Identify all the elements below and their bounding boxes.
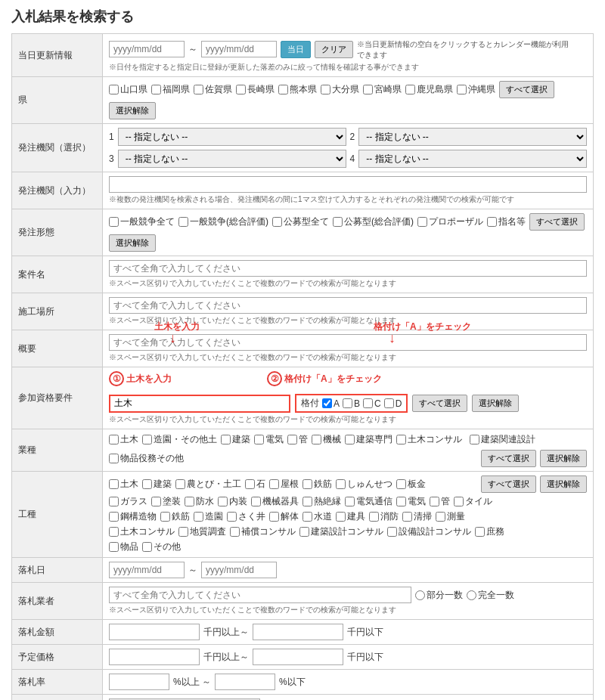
award-date-from[interactable] bbox=[109, 562, 185, 578]
ct-naisou[interactable]: 内装 bbox=[218, 495, 247, 508]
ct-select-all-button[interactable]: すべて選択 bbox=[481, 475, 536, 493]
pref-nagasaki[interactable]: 長崎県 bbox=[236, 83, 275, 96]
ct-sakui[interactable]: さく井 bbox=[227, 510, 265, 523]
bid-type-nomination[interactable]: 指名等 bbox=[487, 215, 526, 228]
pref-kagoshima[interactable]: 鹿児島県 bbox=[405, 83, 453, 96]
clear-button[interactable]: クリア bbox=[315, 41, 353, 58]
ind-kenchiku-renkan[interactable]: 建築関連設計 bbox=[470, 433, 535, 446]
bid-type-select-all-button[interactable]: すべて選択 bbox=[529, 213, 585, 231]
pref-fukuoka[interactable]: 福岡県 bbox=[151, 83, 190, 96]
radio-full[interactable]: 完全一数 bbox=[467, 589, 514, 602]
ind-doboku[interactable]: 土木 bbox=[109, 433, 138, 446]
ct-tekkin[interactable]: 鉄筋 bbox=[302, 478, 332, 491]
overview-input[interactable] bbox=[109, 334, 587, 351]
industry-deselect-button[interactable]: 選択解除 bbox=[540, 450, 587, 467]
ct-doboku-consul[interactable]: 土木コンサル bbox=[109, 525, 175, 538]
org-select-4[interactable]: -- 指定しない -- bbox=[358, 150, 587, 168]
org-select-3[interactable]: -- 指定しない -- bbox=[118, 150, 346, 168]
grade-c[interactable]: C bbox=[363, 398, 381, 409]
ind-doboku-consul[interactable]: 土木コンサル bbox=[396, 433, 462, 446]
pref-miyazaki[interactable]: 宮崎県 bbox=[363, 83, 402, 96]
award-rate-max[interactable] bbox=[215, 674, 275, 690]
ct-setsubi-consul[interactable]: 設備設計コンサル bbox=[387, 525, 471, 538]
ct-hosho[interactable]: 補償コンサル bbox=[230, 525, 296, 538]
radio-partial[interactable]: 部分一数 bbox=[415, 589, 463, 602]
bid-type-deselect-button[interactable]: 選択解除 bbox=[109, 234, 156, 252]
grade-a[interactable]: A bbox=[322, 398, 340, 409]
bid-type-proposal[interactable]: プロポーザル bbox=[417, 215, 483, 228]
bid-type-public-eval[interactable]: 公募型(総合評価) bbox=[333, 215, 414, 228]
ct-doboku[interactable]: 土木 bbox=[109, 478, 138, 491]
ct-suidou[interactable]: 水道 bbox=[302, 510, 332, 523]
ct-netsu[interactable]: 熱絶縁 bbox=[302, 495, 341, 508]
ct-shunsetsu[interactable]: しゅんせつ bbox=[336, 478, 392, 491]
eligibility-select-all-button[interactable]: すべて選択 bbox=[412, 395, 467, 412]
ct-seiso[interactable]: 清掃 bbox=[402, 510, 432, 523]
pref-select-all-button[interactable]: すべて選択 bbox=[499, 81, 554, 98]
ind-kan[interactable]: 管 bbox=[287, 433, 308, 446]
ind-busshi[interactable]: 物品役務その他 bbox=[109, 452, 184, 465]
ct-chishitsu[interactable]: 地質調査 bbox=[178, 525, 226, 538]
industry-select-all-button[interactable]: すべて選択 bbox=[481, 450, 536, 467]
ind-denki[interactable]: 電気 bbox=[254, 433, 284, 446]
org-select-2[interactable]: -- 指定しない -- bbox=[358, 128, 587, 146]
grade-b[interactable]: B bbox=[343, 398, 360, 409]
pref-saga[interactable]: 佐賀県 bbox=[194, 83, 232, 96]
award-amount-max[interactable] bbox=[253, 624, 343, 640]
eligibility-hint: ※スペース区切りで入力していただくことで複数のワードでの検索が可能となります bbox=[109, 414, 587, 425]
project-name-input[interactable] bbox=[109, 260, 587, 277]
award-date-to[interactable] bbox=[201, 562, 277, 578]
ct-kenchiku[interactable]: 建築 bbox=[142, 478, 172, 491]
ct-tekkin2[interactable]: 鉄筋 bbox=[160, 510, 190, 523]
estimated-price-max[interactable] bbox=[253, 649, 343, 665]
ct-shomu[interactable]: 庶務 bbox=[475, 525, 504, 538]
ct-shobo[interactable]: 消防 bbox=[369, 510, 399, 523]
construction-site-input[interactable] bbox=[109, 297, 587, 314]
ct-zouen[interactable]: 造園 bbox=[194, 510, 223, 523]
ct-tile[interactable]: タイル bbox=[454, 495, 492, 508]
ct-kenchiku-consul[interactable]: 建築設計コンサル bbox=[299, 525, 383, 538]
ct-kokozo[interactable]: 鋼構造物 bbox=[109, 510, 157, 523]
estimated-price-min[interactable] bbox=[109, 649, 200, 665]
ct-kaitai[interactable]: 解体 bbox=[269, 510, 299, 523]
pref-deselect-button[interactable]: 選択解除 bbox=[109, 102, 156, 119]
ind-kikai[interactable]: 機械 bbox=[312, 433, 341, 446]
grade-d[interactable]: D bbox=[384, 398, 402, 409]
bid-type-public-all[interactable]: 公募型全て bbox=[272, 215, 329, 228]
ct-busshi[interactable]: 物品 bbox=[109, 540, 138, 553]
ct-deselect-button[interactable]: 選択解除 bbox=[540, 475, 587, 493]
ct-yane[interactable]: 屋根 bbox=[269, 478, 299, 491]
ct-denki[interactable]: 電気 bbox=[396, 495, 426, 508]
ind-zouen[interactable]: 造園・その他土 bbox=[142, 433, 217, 446]
ct-kikai[interactable]: 機械器具 bbox=[251, 495, 299, 508]
ct-tobidoboku[interactable]: 農とび・土工 bbox=[175, 478, 241, 491]
bid-type-general-all[interactable]: 一般競争全て bbox=[109, 215, 175, 228]
award-amount-min[interactable] bbox=[109, 624, 200, 640]
org-select-1[interactable]: -- 指定しない -- bbox=[118, 128, 346, 146]
bid-type-general-eval[interactable]: 一般競争(総合評価) bbox=[178, 215, 268, 228]
eligibility-deselect-button[interactable]: 選択解除 bbox=[472, 395, 519, 412]
ind-kenchiku-senmon[interactable]: 建築専門 bbox=[345, 433, 392, 446]
award-company-input[interactable] bbox=[109, 587, 411, 603]
ct-sokuryo[interactable]: 測量 bbox=[436, 510, 465, 523]
date-to-input[interactable] bbox=[201, 41, 277, 57]
ct-garasu[interactable]: ガラス bbox=[109, 495, 147, 508]
eligibility-text-input[interactable] bbox=[109, 395, 290, 413]
pref-oita[interactable]: 大分県 bbox=[321, 83, 359, 96]
ct-sonota[interactable]: その他 bbox=[142, 540, 181, 553]
ct-ishi[interactable]: 石 bbox=[245, 478, 265, 491]
date-from-input[interactable] bbox=[109, 41, 185, 57]
pref-okinawa[interactable]: 沖縄県 bbox=[457, 83, 495, 96]
ct-bousui[interactable]: 防水 bbox=[185, 495, 214, 508]
ct-tosou[interactable]: 塗装 bbox=[151, 495, 181, 508]
ct-tategu[interactable]: 建具 bbox=[336, 510, 365, 523]
pref-yamaguchi[interactable]: 山口県 bbox=[109, 83, 147, 96]
award-rate-min[interactable] bbox=[109, 674, 169, 690]
pref-kumamoto[interactable]: 熊本県 bbox=[278, 83, 317, 96]
ct-denki-tsushin[interactable]: 電気通信 bbox=[345, 495, 392, 508]
ct-bankin[interactable]: 板金 bbox=[396, 478, 426, 491]
ind-kenchiku[interactable]: 建築 bbox=[221, 433, 250, 446]
ct-kan[interactable]: 管 bbox=[430, 495, 450, 508]
today-button[interactable]: 当日 bbox=[281, 41, 311, 58]
ordering-input-field[interactable] bbox=[109, 176, 587, 193]
